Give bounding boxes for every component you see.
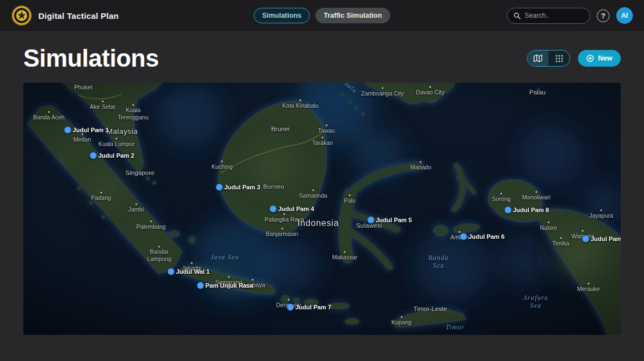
marker-dot[interactable] xyxy=(582,235,590,243)
top-bar: Digital Tactical Plan Simulations Traffi… xyxy=(0,0,644,31)
view-toggle xyxy=(527,50,570,67)
marker-dot[interactable] xyxy=(287,304,294,311)
grid-icon xyxy=(556,55,563,62)
new-button-label: New xyxy=(598,54,612,62)
marker-dot[interactable] xyxy=(90,152,97,159)
page-head: Simulations xyxy=(0,31,644,83)
marker-dot[interactable] xyxy=(168,268,175,275)
main-nav: Simulations Traffic Simulation xyxy=(254,8,390,23)
map-icon xyxy=(534,54,542,62)
marker-label: Judul Pam 8 xyxy=(513,207,549,213)
page-controls: New xyxy=(527,50,621,67)
search-icon xyxy=(514,12,521,19)
simulations-map[interactable]: PhuketBanda AcehAlor SetarKuala Terengga… xyxy=(23,83,621,335)
marker-label: Pam Unjuk Rasa xyxy=(205,282,253,289)
help-icon[interactable]: ? xyxy=(597,9,610,22)
search-box[interactable] xyxy=(507,8,590,24)
marker-dot[interactable] xyxy=(216,184,223,191)
marker-dot[interactable] xyxy=(505,207,512,214)
marker-label: Judul Pam 2 xyxy=(98,152,134,159)
nav-tab-traffic-simulation[interactable]: Traffic Simulation xyxy=(315,8,390,23)
marker-dot[interactable] xyxy=(460,233,467,240)
marker-dot[interactable] xyxy=(197,282,204,289)
search-input[interactable] xyxy=(525,12,580,19)
marker-label: Judul Pam 1 xyxy=(73,127,109,133)
marker-label: Judul Pam 5 xyxy=(376,217,412,223)
map-view-button[interactable] xyxy=(527,51,549,66)
header-right: ? AI xyxy=(390,7,633,24)
marker-label: Judul Pam 4 xyxy=(278,205,314,212)
marker-dot[interactable] xyxy=(270,205,277,213)
marker-dot[interactable] xyxy=(368,217,375,224)
nav-tab-simulations[interactable]: Simulations xyxy=(254,8,310,23)
marker-label: Judul Pam 7 xyxy=(295,304,331,310)
grid-view-button[interactable] xyxy=(549,51,570,66)
map-markers-layer: Judul Pam 1Judul Pam 2Judul Pam 3Judul P… xyxy=(23,83,621,335)
marker-label: Judul Pam 3 xyxy=(224,184,260,190)
marker-label: Judul Pam xyxy=(591,235,621,242)
marker-dot[interactable] xyxy=(64,127,72,134)
app-title: Digital Tactical Plan xyxy=(38,11,119,21)
app-logo-icon xyxy=(11,5,32,26)
user-avatar[interactable]: AI xyxy=(616,7,633,24)
marker-label: Judul Pam 6 xyxy=(469,233,505,240)
brand: Digital Tactical Plan xyxy=(11,5,254,26)
new-simulation-button[interactable]: New xyxy=(578,50,621,67)
main-content: Simulations xyxy=(0,31,644,335)
marker-label: Judul Wal 1 xyxy=(176,268,210,275)
page-title: Simulations xyxy=(23,44,159,72)
plus-circle-icon xyxy=(586,54,594,62)
